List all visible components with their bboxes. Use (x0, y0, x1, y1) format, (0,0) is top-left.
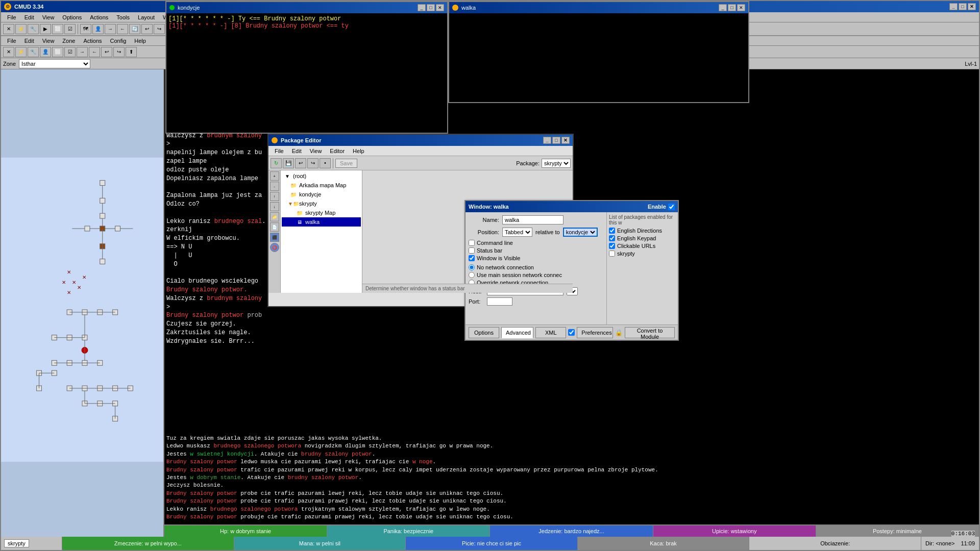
sub-menu-config[interactable]: Config (106, 37, 131, 45)
pe-btn-4[interactable]: ↪ (307, 158, 318, 168)
minimize-button[interactable]: _ (949, 3, 958, 10)
menu-file[interactable]: File (3, 13, 20, 21)
options-tab[interactable]: Options (469, 327, 499, 338)
xml-tab[interactable]: XML (535, 327, 566, 338)
statusbar-checkbox[interactable] (469, 247, 475, 254)
toolbar-btn-13[interactable]: ↪ (154, 24, 165, 34)
tree-arkadia[interactable]: 📁 Arkadia mapa Map (282, 181, 361, 190)
pe-side-btn-5[interactable]: 📁 (270, 212, 279, 221)
name-input[interactable] (502, 215, 564, 224)
pe-btn-3[interactable]: ↩ (295, 158, 306, 168)
cmdline-checkbox[interactable] (469, 240, 475, 246)
sub-menu-help[interactable]: Help (130, 37, 150, 45)
position-select[interactable]: Tabbed (502, 228, 532, 237)
enable-checkbox[interactable] (668, 204, 675, 210)
tree-root[interactable]: ▼ (root) (282, 171, 361, 181)
toolbar-btn-9[interactable]: → (105, 24, 116, 34)
sub-menu-file[interactable]: File (3, 37, 20, 45)
sub-toolbar-btn-11[interactable]: ⬆ (126, 47, 137, 57)
toolbar-btn-3[interactable]: 🔧 (28, 24, 39, 34)
visible-checkbox[interactable] (469, 255, 475, 261)
eng-dir-checkbox[interactable] (609, 228, 615, 234)
toolbar-btn-8[interactable]: 👤 (92, 24, 104, 34)
pe-menu-edit[interactable]: Edit (288, 147, 306, 155)
pe-side-btn-2[interactable]: - (270, 182, 279, 191)
sub-toolbar-btn-6[interactable]: ☑ (64, 47, 76, 57)
sub-menu-view[interactable]: View (38, 37, 59, 45)
menu-options[interactable]: Options (58, 13, 86, 21)
sub-toolbar-btn-1[interactable]: ✕ (3, 47, 14, 57)
tree-skrypty[interactable]: ▼📁 skrypty (282, 199, 361, 208)
sub-toolbar-btn-3[interactable]: 🔧 (28, 47, 39, 57)
preferences-button[interactable]: Preferences (577, 327, 613, 338)
sub-toolbar-btn-5[interactable]: ⬜ (52, 47, 63, 57)
sub-menu-actions[interactable]: Actions (79, 37, 106, 45)
sub-toolbar-btn-10[interactable]: ↪ (113, 47, 125, 57)
toolbar-btn-11[interactable]: 🔄 (129, 24, 140, 34)
kondycje-close[interactable]: ✕ (436, 4, 444, 11)
pe-side-btn-1[interactable]: + (270, 171, 279, 181)
pe-side-btn-4[interactable]: ↓ (270, 202, 279, 211)
sub-toolbar-btn-2[interactable]: ⚡ (15, 47, 27, 57)
toolbar-btn-12[interactable]: ↩ (141, 24, 153, 34)
toolbar-btn-6[interactable]: ☑ (64, 24, 76, 34)
maximize-button[interactable]: □ (959, 3, 967, 10)
toolbar-btn-5[interactable]: ⬜ (52, 24, 63, 34)
pe-side-btn-8[interactable]: ⭕ (270, 243, 279, 252)
menu-actions[interactable]: Actions (86, 13, 112, 21)
prefs-checkbox[interactable] (568, 329, 575, 336)
eng-keypad-checkbox[interactable] (609, 235, 615, 241)
skrypty-pkg-checkbox[interactable] (609, 251, 615, 257)
no-network-radio[interactable] (469, 264, 475, 270)
relative-to-container: kondycje (563, 228, 598, 237)
relative-to-select[interactable]: kondycje (563, 228, 598, 237)
tree-kondycje[interactable]: 📁 kondycje (282, 190, 361, 199)
pe-menu-file[interactable]: File (271, 147, 288, 155)
pe-menu-editor[interactable]: Editor (326, 147, 349, 155)
toolbar-btn-10[interactable]: ← (117, 24, 128, 34)
kondycje-minimize[interactable]: _ (418, 4, 426, 11)
pe-side-btn-3[interactable]: ↑ (270, 192, 279, 201)
pe-maximize[interactable]: □ (552, 137, 560, 144)
pe-btn-2[interactable]: 💾 (283, 158, 294, 168)
sub-toolbar-btn-9[interactable]: ↩ (101, 47, 112, 57)
zone-select[interactable]: Isthar (19, 59, 90, 68)
pe-side-btn-7[interactable]: ⬛ (270, 233, 279, 242)
toolbar-btn-2[interactable]: ⚡ (15, 24, 27, 34)
kondycje-maximize[interactable]: □ (427, 4, 435, 11)
tab-name[interactable]: skrypty (4, 539, 29, 547)
tree-walka[interactable]: 🖥 walka (282, 217, 361, 227)
pe-menu-help[interactable]: Help (349, 147, 369, 155)
walka-minimize[interactable]: _ (719, 4, 727, 11)
walka-titlebar: walka _ □ ✕ (449, 2, 748, 13)
walka-maximize[interactable]: □ (728, 4, 736, 11)
clickable-urls-checkbox[interactable] (609, 243, 615, 249)
menu-view[interactable]: View (38, 13, 59, 21)
pe-menu-view[interactable]: View (306, 147, 326, 155)
close-button[interactable]: ✕ (968, 3, 976, 10)
toolbar-btn-4[interactable]: ▶ (40, 24, 51, 34)
sub-toolbar-btn-8[interactable]: ← (89, 47, 100, 57)
main-network-radio[interactable] (469, 272, 475, 278)
port-input[interactable] (487, 297, 512, 306)
pe-side-btn-6[interactable]: 📄 (270, 222, 279, 232)
menu-edit[interactable]: Edit (20, 13, 38, 21)
walka-close[interactable]: ✕ (737, 4, 745, 11)
tree-skrypty-map[interactable]: 📁 skrypty Map (282, 208, 361, 217)
pe-btn-5[interactable]: • (320, 158, 331, 168)
pe-btn-1[interactable]: ↻ (271, 158, 282, 168)
sub-menu-zone[interactable]: Zone (58, 37, 79, 45)
toolbar-btn-1[interactable]: ✕ (3, 24, 14, 34)
advanced-tab[interactable]: Advanced (501, 327, 533, 338)
menu-layout[interactable]: Layout (134, 13, 159, 21)
pe-minimize[interactable]: _ (543, 137, 551, 144)
toolbar-btn-7[interactable]: 🗺 (80, 24, 91, 34)
sub-toolbar-btn-7[interactable]: → (77, 47, 88, 57)
sub-toolbar-btn-4[interactable]: 👤 (40, 47, 51, 57)
pe-package-select[interactable]: skrypty (542, 159, 571, 168)
pe-save-button[interactable]: Save (335, 159, 357, 168)
sub-menu-edit[interactable]: Edit (20, 37, 38, 45)
convert-module-button[interactable]: Convert to Module (625, 327, 675, 338)
pe-close[interactable]: ✕ (561, 137, 570, 144)
menu-tools[interactable]: Tools (112, 13, 134, 21)
